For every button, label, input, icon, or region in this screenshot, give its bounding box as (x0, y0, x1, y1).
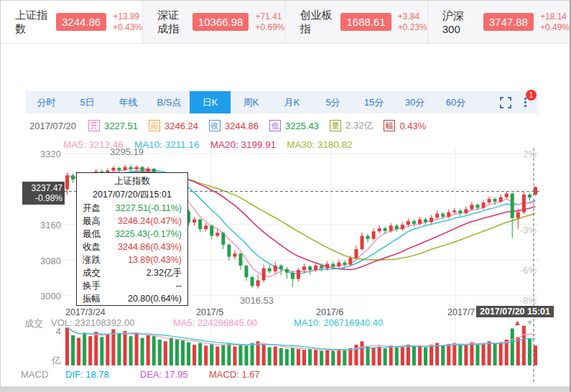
tab-timeline[interactable]: 分时 (26, 91, 67, 113)
index-change: +3.84 +0.23% (398, 11, 427, 33)
x-tick: 2017/6 (316, 307, 343, 317)
index-quote-bar: 上证指数 3244.86 +13.89 +0.43% 深证成指 10366.98… (1, 1, 570, 44)
tooltip-label: 最低 (83, 228, 101, 241)
macd-value-text: MACD: 1.67 (209, 369, 260, 380)
close-field: 收 3244.86 (209, 120, 259, 131)
crosshair-price-label: 3237.47 -0.98% (22, 182, 65, 205)
index-value-badge: 1688.61 (340, 13, 391, 31)
tooltip-label: 成交 (83, 266, 101, 279)
index-change-pct: +0.23% (398, 22, 427, 33)
index-quote-shanghai[interactable]: 上证指数 3244.86 +13.89 +0.43% (1, 1, 142, 43)
index-name: 创业板指 (300, 9, 335, 36)
index-value-badge: 10366.98 (192, 13, 249, 31)
tooltip-label: 最高 (83, 215, 101, 228)
index-value-badge: 3747.88 (483, 13, 534, 31)
tab-30min[interactable]: 30分 (394, 91, 435, 113)
tab-yearline[interactable]: 年线 (108, 91, 149, 113)
volume-axis-max: 4 (48, 326, 61, 337)
macd-dea-text: DEA: 17.95 (140, 369, 188, 380)
tooltip-label: 振幅 (83, 292, 101, 305)
tooltip-datetime: 2017/07/20/四15:01 (77, 188, 187, 202)
tooltip-value: 3244.86(0.43%) (118, 241, 182, 253)
fullscreen-icon[interactable] (500, 97, 511, 108)
x-tick: 2017/7 (447, 307, 475, 317)
x-tick: 2017/3/24 (65, 307, 106, 317)
tooltip-value: 3225.43(-0.17%) (115, 228, 182, 241)
tab-monthly-k[interactable]: 月K (271, 91, 312, 113)
volume-field: 量 2.32亿 (330, 119, 373, 132)
tab-5min[interactable]: 5分 (312, 91, 353, 113)
tooltip-value: 13.89(0.43%) (128, 253, 182, 266)
tooltip-value: -- (176, 279, 182, 292)
index-change-abs: +13.89 (113, 11, 142, 22)
volume-ma10-text: MA10: 206716940.40 (294, 317, 383, 328)
ohlc-info-bar: 2017/07/20 开 3227.51 高 3246.24 收 3244.86… (29, 119, 426, 132)
tooltip-value: 3246.24(0.47%) (118, 215, 182, 228)
tab-weekly-k[interactable]: 周K (231, 91, 271, 113)
macd-pane-header: MACD DIF: 18.78 DEA: 17.95 MACD: 1.67 (1, 369, 570, 382)
index-change-abs: +18.14 (540, 11, 570, 22)
index-change-abs: +71.41 (255, 11, 284, 22)
open-field: 开 3227.51 (88, 120, 138, 131)
ma10-legend: MA10: 3211.16 (134, 139, 200, 150)
tab-15min[interactable]: 15分 (353, 91, 394, 113)
index-quote-shenzhen[interactable]: 深证成指 10366.98 +71.41 +0.69% (142, 1, 284, 43)
notification-badge[interactable]: 1 (526, 90, 537, 101)
tab-bs-point[interactable]: B/S点 (149, 91, 190, 113)
tooltip-value: 3227.51(-0.11%) (116, 202, 182, 215)
amplitude-value: 0.43% (399, 121, 426, 131)
tab-daily-k[interactable]: 日K (190, 91, 231, 113)
index-name: 沪深300 (442, 9, 477, 35)
window-bottom-edge (1, 386, 570, 392)
close-key: 收 (209, 120, 220, 131)
ma5-legend: MA5: 3212.46 (63, 139, 124, 150)
stock-chart-window: 上证指数 3244.86 +13.89 +0.43% 深证成指 10366.98… (0, 0, 571, 392)
low-field: 低 3225.43 (269, 120, 319, 131)
index-value-badge: 3244.86 (56, 13, 106, 31)
index-change-pct: +0.49% (540, 22, 570, 33)
tooltip-value: 20.80(0.64%) (128, 292, 182, 305)
volume-axis-unit: 亿 (44, 354, 61, 367)
amplitude-field: 幅 0.43% (384, 120, 426, 131)
high-field: 高 3246.24 (149, 120, 198, 131)
tab-5day[interactable]: 5日 (67, 91, 108, 113)
low-value: 3225.43 (285, 121, 319, 131)
open-value: 3227.51 (104, 121, 138, 131)
quote-date: 2017/07/20 (29, 121, 76, 131)
index-change: +71.41 +0.69% (255, 11, 284, 33)
high-key: 高 (149, 120, 160, 131)
ma20-legend: MA20: 3199.91 (210, 139, 277, 150)
tooltip-label: 换手 (83, 279, 101, 292)
index-change: +13.89 +0.43% (113, 11, 142, 33)
amplitude-key: 幅 (384, 120, 395, 131)
macd-dif-text: DIF: 18.78 (65, 369, 109, 380)
volume-value-text: VOL: 232108392.00 (51, 317, 134, 328)
tab-60min[interactable]: 60分 (435, 91, 476, 113)
volume-value: 2.32亿 (345, 119, 373, 132)
tooltip-label: 涨跌 (83, 253, 101, 266)
ma30-legend: MA30: 3180.82 (287, 139, 353, 150)
period-tabbar: 分时 5日 年线 B/S点 日K 周K 月K 5分 15分 30分 60分 1 (26, 91, 538, 113)
volume-key: 量 (330, 120, 341, 131)
low-key: 低 (269, 120, 281, 131)
x-tick: 2017/5 (196, 307, 223, 317)
price-tick: 3000 (27, 291, 61, 302)
macd-pane-label: MACD (21, 369, 48, 380)
crosshair-pct: -0.98% (35, 193, 62, 203)
more-options-icon[interactable]: 1 (523, 96, 528, 108)
price-tick: 3320 (27, 149, 61, 159)
price-tick: 3160 (27, 220, 61, 230)
index-change: +18.14 +0.49% (540, 11, 570, 33)
index-change-pct: +0.69% (255, 22, 284, 33)
pct-tick: -3% (503, 225, 537, 235)
index-quote-hs300[interactable]: 沪深300 3747.88 +18.14 +0.49% (427, 1, 570, 43)
tooltip-value: 2.32亿手 (147, 266, 182, 279)
crosshair-price: 3237.47 (32, 183, 62, 193)
signal-up-icon: ▲ (514, 318, 521, 327)
index-quote-chinext[interactable]: 创业板指 1688.61 +3.84 +0.23% (285, 1, 427, 43)
close-value: 3244.86 (225, 121, 259, 131)
signal-down-icon: ▼ (526, 318, 534, 327)
tooltip-title: 上证指数 (77, 174, 187, 188)
pct-tick: -6% (503, 265, 537, 276)
index-change-abs: +3.84 (398, 11, 427, 22)
